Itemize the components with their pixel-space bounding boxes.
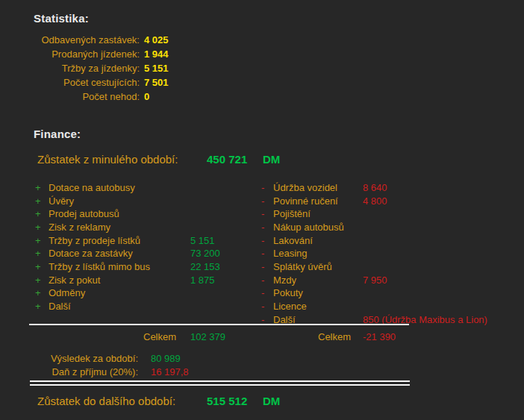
game-report-screen: Statistika: Odbavených zastávek:4 025 Pr…: [0, 0, 524, 420]
ledger-row: + Další - Licence: [0, 301, 524, 313]
tax-label: Daň z příjmu (20%):: [0, 366, 138, 377]
minus-sign: -: [261, 261, 264, 272]
expense-value: 8 640: [363, 182, 387, 193]
ledger-row: + Prodej autobusů - Pojištění: [0, 208, 524, 221]
income-label: Prodej autobusů: [49, 208, 119, 219]
finance-title: Finance:: [34, 128, 81, 140]
minus-sign: -: [261, 287, 264, 298]
income-total-value: 102 379: [190, 331, 225, 342]
stat-value: 0: [144, 91, 149, 102]
stat-row-accidents: Počet nehod:0: [0, 91, 524, 102]
minus-sign: -: [261, 275, 264, 286]
ledger-row: + Odměny - Pokuty: [0, 287, 524, 300]
plus-sign: +: [35, 222, 41, 233]
plus-sign: +: [35, 275, 41, 286]
income-value: 73 200: [190, 248, 220, 259]
expense-total-value: -21 390: [363, 331, 396, 342]
income-value: 1 875: [190, 275, 215, 286]
stat-row-tickets-sold: Prodaných jízdenek:1 944: [0, 48, 524, 60]
tax-row: Daň z příjmu (20%): 16 197,8: [0, 366, 524, 377]
minus-sign: -: [261, 195, 264, 207]
closing-balance-value: 515 512: [207, 395, 247, 407]
stat-label: Počet cestujících:: [0, 77, 140, 88]
income-label: Zisk z reklamy: [49, 222, 110, 233]
result-row: Výsledek za období: 80 989: [0, 353, 524, 364]
expense-value: 7 950: [363, 275, 387, 286]
income-label: Odměny: [49, 287, 85, 298]
stat-row-ticket-revenue: Tržby za jízdenky:5 151: [0, 63, 524, 74]
stat-label: Počet nehod:: [0, 91, 140, 102]
income-value: 22 153: [190, 261, 220, 272]
closing-balance-label: Zůstatek do dalšího období:: [37, 395, 175, 407]
stat-row-passengers: Počet cestujících:7 501: [0, 77, 524, 88]
expense-value: 4 800: [363, 195, 387, 207]
stat-value: 5 151: [144, 63, 169, 74]
income-value: 5 151: [190, 235, 215, 246]
expense-total-label: Celkem: [318, 331, 351, 342]
divider-line: [29, 324, 409, 325]
plus-sign: +: [35, 248, 41, 259]
expense-label: Pojištění: [273, 208, 311, 219]
stat-label: Tržby za jízdenky:: [0, 63, 140, 74]
minus-sign: -: [261, 235, 264, 246]
income-label: Zisk z pokut: [49, 275, 100, 286]
expense-label: Lakování: [273, 235, 313, 246]
income-label: Dotace na autobusy: [49, 182, 135, 193]
income-label: Úvěry: [49, 195, 74, 207]
expense-label: Údržba vozidel: [273, 182, 337, 193]
plus-sign: +: [35, 182, 41, 193]
result-label: Výsledek za období:: [0, 353, 138, 364]
statistics-title: Statistika:: [34, 12, 89, 25]
ledger-row: + Dotace na autobusy - Údržba vozidel 8 …: [0, 182, 524, 195]
minus-sign: -: [261, 248, 264, 259]
ledger-row: + Úvěry - Povinné ručení 4 800: [0, 195, 524, 208]
income-label: Tržby z lístků mimo bus: [49, 261, 150, 272]
stat-value: 4 025: [144, 34, 169, 46]
income-label: Dotace za zastávky: [49, 248, 133, 259]
ledger-row: + Zisk z reklamy - Nákup autobusů: [0, 222, 524, 234]
expense-label: Splátky úvěrů: [273, 261, 332, 272]
expense-label: Povinné ručení: [273, 195, 338, 207]
stat-row-stops: Odbavených zastávek:4 025: [0, 34, 524, 46]
ledger-row: + Tržby z lístků mimo bus 22 153 - Splát…: [0, 261, 524, 274]
expense-label: Mzdy: [273, 275, 296, 286]
stat-value: 7 501: [144, 77, 169, 88]
stat-label: Odbavených zastávek:: [0, 34, 140, 46]
plus-sign: +: [35, 301, 41, 312]
minus-sign: -: [261, 208, 264, 219]
result-value: 80 989: [151, 353, 181, 364]
stat-value: 1 944: [144, 48, 169, 60]
totals-row: Celkem 102 379 Celkem -21 390: [0, 331, 524, 344]
opening-balance-label: Zůstatek z minulého období:: [37, 153, 178, 166]
income-label: Další: [49, 301, 71, 312]
stat-label: Prodaných jízdenek:: [0, 48, 140, 60]
expense-label: Nákup autobusů: [273, 222, 344, 233]
income-label: Tržby z prodeje lístků: [49, 235, 140, 246]
income-total-label: Celkem: [143, 331, 176, 342]
plus-sign: +: [35, 208, 41, 219]
double-divider-line: [30, 380, 410, 386]
tax-value: 16 197,8: [151, 366, 189, 377]
expense-label: Leasing: [273, 248, 308, 259]
minus-sign: -: [261, 182, 264, 193]
opening-balance-currency: DM: [263, 153, 280, 166]
plus-sign: +: [35, 235, 41, 246]
ledger-row: + Dotace za zastávky 73 200 - Leasing: [0, 248, 524, 260]
plus-sign: +: [35, 287, 41, 298]
expense-label: Licence: [273, 301, 307, 312]
opening-balance-value: 450 721: [207, 153, 247, 166]
minus-sign: -: [261, 222, 264, 233]
expense-label: Pokuty: [273, 287, 303, 298]
plus-sign: +: [35, 195, 41, 207]
ledger-row: + Tržby z prodeje lístků 5 151 - Lakován…: [0, 235, 524, 248]
minus-sign: -: [261, 301, 264, 312]
closing-balance-currency: DM: [263, 395, 280, 407]
plus-sign: +: [35, 261, 41, 272]
ledger-row: + Zisk z pokut 1 875 - Mzdy 7 950: [0, 275, 524, 287]
